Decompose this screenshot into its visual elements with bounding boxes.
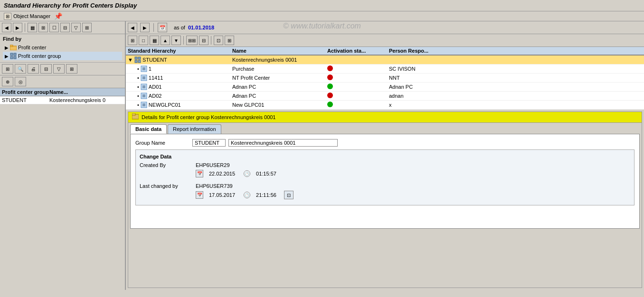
left-toolbar-2: ⊞ 🔍 🖨 ⊟ ▽ ⊞ — [0, 63, 125, 75]
row-hierarchy-ad02: • AD02 — [128, 93, 232, 99]
table-row[interactable]: • NEWGLPC01 New GLPC01 x — [126, 101, 644, 110]
rt2-btn7[interactable]: ⊟ — [199, 36, 208, 45]
right-toolbar-1: ◀ ▶ 📅 as of 01.01.2018 — [126, 21, 644, 34]
rt2-btn5[interactable]: ▼ — [171, 36, 181, 45]
chart-btn[interactable]: ◎ — [15, 77, 26, 86]
edit-icon-changed[interactable]: ⊡ — [284, 191, 294, 199]
row-person-ad01: Adnan PC — [389, 84, 642, 90]
created-time-value: 01:15:57 — [256, 171, 276, 176]
rt2-btn1[interactable]: ⊞ — [128, 36, 137, 45]
left-panel: ◀ ▶ ▦ ⊞ ☐ ⊟ ▽ ⊞ Find by ▶ Profit center — [0, 21, 126, 290]
svg-rect-2 — [10, 53, 13, 56]
tree-item-profit-center[interactable]: ▶ Profit center — [3, 43, 122, 52]
find-by-title: Find by — [3, 36, 122, 42]
row-name-1: Purchase — [232, 66, 327, 72]
hit-list-col1-header: Profit center group — [2, 89, 49, 95]
row-name-ad02: Adnan PC — [232, 93, 327, 99]
row-person-11411: NNT — [389, 75, 642, 81]
svg-rect-31 — [132, 113, 135, 115]
change-data-section: Change Data Created By EHP6USER29 📅 22.0… — [135, 149, 635, 205]
status-dot-green — [327, 84, 333, 89]
expand-button[interactable]: ▦ — [28, 23, 37, 32]
hit-list-section: Profit center group Name... STUDENT Kost… — [0, 88, 125, 290]
status-dot-green-2 — [327, 102, 333, 107]
rt-back-btn[interactable]: ◀ — [128, 23, 137, 32]
hit-list-col2-value: Kostenrechnungskreis 0 — [49, 97, 123, 103]
group-name-desc-input[interactable] — [228, 139, 338, 147]
rt2-btn6[interactable]: ⊞⊞ — [186, 36, 198, 45]
svg-rect-4 — [10, 56, 13, 59]
status-dot-red-3 — [327, 93, 333, 98]
col-header-name: Name — [232, 48, 327, 54]
forward-button[interactable]: ▶ — [13, 23, 22, 32]
hit-list-row[interactable]: STUDENT Kostenrechnungskreis 0 — [0, 96, 125, 104]
select-button[interactable]: ☐ — [49, 23, 59, 32]
object-manager-icon: ⊞ — [4, 13, 11, 20]
detail-tabs: Basic data Report information — [128, 123, 642, 134]
row-activation-1 — [327, 65, 389, 72]
detail-header-text: Details for Profit center group Kostenre… — [142, 114, 276, 120]
tree-table: Standard Hierarchy Name Activation sta..… — [126, 47, 644, 110]
last-changed-time-value: 21:11:56 — [256, 192, 276, 198]
row-activation-newglpc01 — [327, 102, 389, 108]
rt2-btn9[interactable]: ⊞ — [225, 36, 234, 45]
left-toolbar-1: ◀ ▶ ▦ ⊞ ☐ ⊟ ▽ ⊞ — [0, 21, 125, 34]
hierarchy-button[interactable]: ⊟ — [60, 23, 70, 32]
settings-button[interactable]: ⊞ — [82, 23, 92, 32]
table-row[interactable]: • 11411 NT Profit Center NNT — [126, 74, 644, 83]
detail-content: Group Name Change Data Created By EHP6US… — [130, 134, 640, 229]
rt2-btn3[interactable]: ▦ — [150, 36, 159, 45]
folder-icon — [10, 44, 17, 51]
rt2-btn8[interactable]: ⊡ — [214, 36, 223, 45]
detail-panel: Details for Profit center group Kostenre… — [128, 111, 642, 288]
rt-fwd-btn[interactable]: ▶ — [140, 23, 150, 32]
group-name-row: Group Name — [135, 139, 635, 147]
grid-icon — [10, 53, 17, 59]
arrow-icon-2: ▶ — [5, 54, 9, 59]
filter-button[interactable]: ▽ — [71, 23, 81, 32]
tree-item-profit-center-group[interactable]: ▶ Profit center group — [3, 52, 122, 60]
row-activation-11411 — [327, 74, 389, 81]
last-changed-row: Last changed by EHP6USER739 — [140, 183, 630, 189]
col-header-person: Person Respo... — [389, 48, 642, 54]
view-btn-2[interactable]: 🔍 — [15, 64, 26, 74]
object-manager[interactable]: ⊞ Object Manager — [4, 13, 50, 20]
row-hierarchy-newglpc01: • NEWGLPC01 — [128, 102, 232, 108]
copy-btn[interactable]: ⊕ — [2, 77, 13, 86]
view-btn-3[interactable]: 🖨 — [28, 64, 39, 74]
hit-list-col2-header: Name... — [49, 89, 123, 95]
tab-report-information[interactable]: Report information — [168, 124, 221, 134]
page-title: Standard Hierarchy for Profit Centers Di… — [4, 2, 137, 9]
tree-table-body: ▼ STUDENT Kostenrechnungskreis 0001 — [126, 56, 644, 110]
tab-basic-data[interactable]: Basic data — [130, 124, 167, 134]
asof-date: 01.01.2018 — [188, 25, 214, 30]
table-row[interactable]: • AD02 Adnan PC adnan — [126, 92, 644, 101]
last-changed-date-row: 📅 17.05.2017 🕐 21:11:56 ⊡ — [140, 191, 630, 199]
col-header-activation: Activation sta... — [327, 48, 389, 54]
tree-table-header: Standard Hierarchy Name Activation sta..… — [126, 47, 644, 56]
view-btn-6[interactable]: ⊞ — [66, 64, 77, 74]
view-btn-4[interactable]: ⊟ — [40, 64, 52, 74]
rt2-btn4[interactable]: ▲ — [161, 36, 170, 45]
table-row[interactable]: • 1 Purchase SC IVISON — [126, 65, 644, 74]
collapse-button[interactable]: ⊞ — [38, 23, 48, 32]
view-btn-1[interactable]: ⊞ — [2, 64, 13, 74]
back-button[interactable]: ◀ — [2, 23, 11, 32]
clock-icon-created: 🕐 — [244, 170, 250, 177]
student-label: STUDENT — [142, 57, 167, 63]
table-row[interactable]: • AD01 Adnan PC Adnan PC — [126, 83, 644, 92]
col-header-hierarchy: Standard Hierarchy — [128, 48, 232, 54]
row-hierarchy-student: ▼ STUDENT — [128, 56, 232, 63]
rt2-btn2[interactable]: □ — [139, 36, 148, 45]
last-changed-value: EHP6USER739 — [196, 183, 233, 189]
hit-list-col1-value: STUDENT — [2, 97, 49, 103]
status-dot-red — [327, 65, 333, 71]
row-activation-ad01 — [327, 84, 389, 90]
view-btn-5[interactable]: ▽ — [53, 64, 65, 74]
table-row[interactable]: ▼ STUDENT Kostenrechnungskreis 0001 — [126, 56, 644, 65]
row-person-newglpc01: x — [389, 102, 642, 108]
status-dot-red-2 — [327, 74, 333, 80]
rt-calendar-btn[interactable]: 📅 — [158, 23, 167, 32]
group-name-input[interactable] — [192, 139, 226, 147]
row-activation-ad02 — [327, 93, 389, 99]
